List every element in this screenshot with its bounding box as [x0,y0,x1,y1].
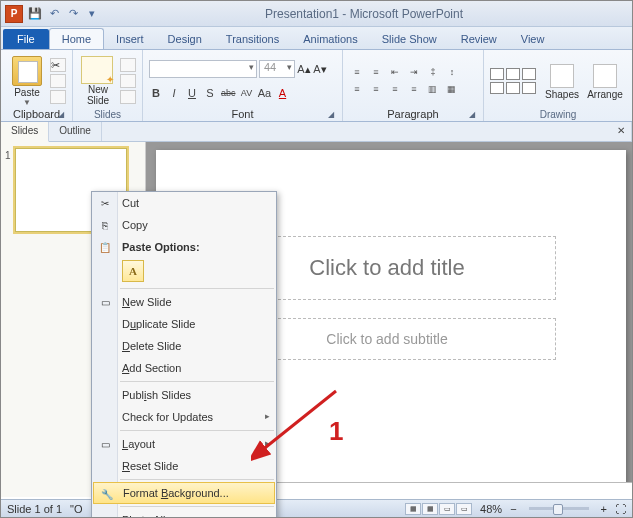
fit-to-window-button[interactable]: ⛶ [615,503,626,515]
launcher-icon[interactable]: ◢ [467,110,477,120]
quick-access-toolbar: 💾 ↶ ↷ ▾ [27,6,100,22]
tab-insert[interactable]: Insert [104,29,156,49]
arrange-button[interactable]: Arrange [584,62,626,100]
cut-icon[interactable]: ✂ [50,58,66,72]
font-color-button[interactable]: A [276,85,290,101]
zoom-in-button[interactable]: + [601,503,607,515]
copy-icon: ⎘ [97,217,113,233]
window-title: Presentation1 - Microsoft PowerPoint [100,7,628,21]
zoom-out-button[interactable]: − [510,503,516,515]
save-icon[interactable]: 💾 [27,6,43,22]
paste-option-keep-formatting[interactable]: A [122,260,144,282]
menu-separator [120,479,274,480]
section-icon[interactable] [120,90,136,104]
launcher-icon[interactable]: ◢ [326,110,336,120]
panel-close-button[interactable]: ✕ [611,122,632,141]
group-label-slides: Slides [79,109,136,121]
menu-new-slide[interactable]: ▭New Slide [92,291,276,313]
slideshow-view-button[interactable]: ▭ [456,503,472,515]
bold-button[interactable]: B [149,85,163,101]
dec-indent-icon[interactable]: ⇤ [387,65,403,79]
reset-icon[interactable] [120,74,136,88]
underline-button[interactable]: U [185,85,199,101]
group-label-font: Font◢ [149,108,336,121]
panel-tab-outline[interactable]: Outline [49,122,102,141]
menu-delete-slide[interactable]: Delete Slide [92,335,276,357]
new-slide-icon [83,58,113,84]
tab-view[interactable]: View [509,29,557,49]
menu-format-background[interactable]: 🔧Format Background... [93,482,275,504]
change-case-button[interactable]: Aa [258,85,272,101]
paste-button[interactable]: Paste ▼ [7,54,47,107]
menu-copy[interactable]: ⎘Copy [92,214,276,236]
align-right-icon[interactable]: ≡ [387,82,403,96]
columns-icon[interactable]: ▥ [425,82,441,96]
tab-design[interactable]: Design [156,29,214,49]
shrink-font-icon[interactable]: A▾ [313,61,327,77]
shadow-button[interactable]: S [203,85,217,101]
panel-tab-slides[interactable]: Slides [1,122,49,142]
shapes-button[interactable]: Shapes [543,62,581,100]
paste-icon: 📋 [97,239,113,255]
justify-icon[interactable]: ≡ [406,82,422,96]
layout-icon: ▭ [97,436,113,452]
reading-view-button[interactable]: ▭ [439,503,455,515]
format-painter-icon[interactable] [50,90,66,104]
sorter-view-button[interactable]: ▦ [422,503,438,515]
launcher-icon[interactable]: ◢ [56,110,66,120]
font-family-select[interactable] [149,60,257,78]
redo-icon[interactable]: ↷ [65,6,81,22]
thumbnail-panel-tabs: Slides Outline ✕ [1,122,632,142]
annotation-number-1: 1 [329,416,343,447]
tab-slideshow[interactable]: Slide Show [370,29,449,49]
qat-dropdown-icon[interactable]: ▾ [84,6,100,22]
menu-layout[interactable]: ▭Layout▸ [92,433,276,455]
font-size-select[interactable]: 44 [259,60,295,78]
context-menu: ✂Cut ⎘Copy 📋Paste Options: A ▭New Slide … [91,191,277,518]
zoom-slider[interactable] [529,507,589,510]
tab-animations[interactable]: Animations [291,29,369,49]
group-paragraph: ≡ ≡ ⇤ ⇥ ‡ ↕ ≡ ≡ ≡ ≡ ▥ ▦ Paragraph◢ [343,50,484,121]
char-spacing-button[interactable]: AV [240,85,254,101]
tab-home[interactable]: Home [49,28,104,49]
shapes-icon [550,64,574,88]
line-spacing-icon[interactable]: ‡ [425,65,441,79]
strike-button[interactable]: abc [221,85,236,101]
group-drawing: Shapes Arrange Drawing [484,50,632,121]
menu-add-section[interactable]: Add Section [92,357,276,379]
tab-file[interactable]: File [3,29,49,49]
ribbon: Paste ▼ ✂ Clipboard◢ New Slide Slides [1,50,632,122]
shapes-label: Shapes [545,89,579,100]
group-label-paragraph: Paragraph◢ [349,108,477,121]
menu-reset-slide[interactable]: Reset Slide [92,455,276,477]
paste-label: Paste [14,87,40,98]
numbering-icon[interactable]: ≡ [368,65,384,79]
menu-duplicate-slide[interactable]: Duplicate Slide [92,313,276,335]
menu-publish-slides[interactable]: Publish Slides [92,384,276,406]
layout-icon[interactable] [120,58,136,72]
normal-view-button[interactable]: ▦ [405,503,421,515]
new-slide-button[interactable]: New Slide [79,56,117,106]
shapes-gallery[interactable] [490,68,536,94]
app-icon: P [5,5,23,23]
smartart-icon[interactable]: ▦ [444,82,460,96]
menu-separator [120,506,274,507]
align-left-icon[interactable]: ≡ [349,82,365,96]
copy-icon[interactable] [50,74,66,88]
menu-paste-options-header: 📋Paste Options: [92,236,276,258]
italic-button[interactable]: I [167,85,181,101]
tab-review[interactable]: Review [449,29,509,49]
menu-check-updates[interactable]: Check for Updates▸ [92,406,276,428]
menu-separator [120,288,274,289]
new-slide-label: New Slide [87,84,109,106]
chevron-down-icon: ▼ [23,98,31,107]
inc-indent-icon[interactable]: ⇥ [406,65,422,79]
undo-icon[interactable]: ↶ [46,6,62,22]
menu-cut[interactable]: ✂Cut [92,192,276,214]
grow-font-icon[interactable]: A▴ [297,61,311,77]
align-center-icon[interactable]: ≡ [368,82,384,96]
text-direction-icon[interactable]: ↕ [444,65,460,79]
bullets-icon[interactable]: ≡ [349,65,365,79]
menu-separator [120,430,274,431]
tab-transitions[interactable]: Transitions [214,29,291,49]
